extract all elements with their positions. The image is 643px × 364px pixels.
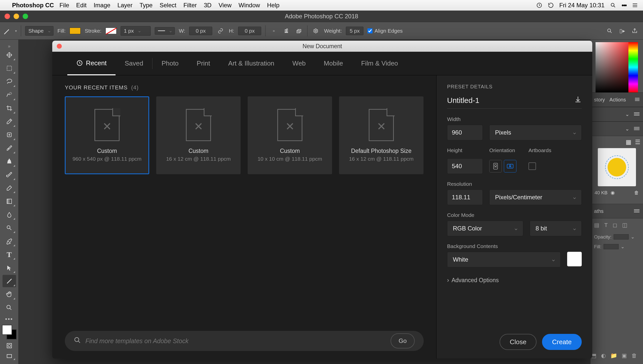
stroke-color-swatch[interactable] bbox=[105, 28, 117, 34]
spotlight-icon[interactable] bbox=[610, 2, 616, 8]
resolution-unit-dropdown[interactable]: Pixels/Centimeter⌵ bbox=[489, 190, 582, 205]
tab-recent[interactable]: Recent bbox=[67, 52, 116, 75]
path-operations-icon[interactable]: ▫ bbox=[270, 27, 278, 35]
tab-saved[interactable]: Saved bbox=[116, 52, 152, 75]
type-tool[interactable]: T bbox=[3, 248, 16, 261]
menu-help[interactable]: Help bbox=[267, 2, 279, 9]
background-color-swatch[interactable] bbox=[567, 252, 582, 266]
history-brush-tool[interactable] bbox=[3, 169, 16, 181]
panel-menu-icon[interactable] bbox=[634, 127, 639, 131]
artboards-checkbox[interactable] bbox=[528, 162, 536, 170]
align-edges-checkbox[interactable]: Align Edges bbox=[367, 28, 403, 34]
move-tool[interactable] bbox=[3, 49, 16, 61]
filter-smart-icon[interactable]: ◫ bbox=[622, 222, 627, 228]
layer-mask-icon[interactable]: ◐ bbox=[601, 352, 606, 359]
list-view-icon[interactable]: ☰ bbox=[635, 139, 640, 146]
new-layer-icon[interactable]: ▣ bbox=[622, 352, 627, 359]
orientation-portrait-button[interactable] bbox=[489, 160, 502, 172]
filter-text-icon[interactable]: T bbox=[604, 222, 608, 228]
paths-tab-label[interactable]: aths bbox=[594, 208, 604, 214]
resolution-input[interactable] bbox=[452, 194, 478, 201]
path-arrangement-icon[interactable] bbox=[295, 27, 303, 35]
brush-thumbnail[interactable] bbox=[598, 148, 636, 186]
delete-layer-icon[interactable]: 🗑 bbox=[631, 352, 637, 359]
quick-mask-icon[interactable] bbox=[3, 341, 16, 350]
hand-tool[interactable] bbox=[3, 288, 16, 300]
marquee-tool[interactable] bbox=[3, 62, 16, 75]
bit-depth-dropdown[interactable]: 8 bit⌵ bbox=[530, 221, 582, 236]
timemachine-icon[interactable] bbox=[548, 2, 554, 8]
eyedropper-tool[interactable] bbox=[3, 115, 16, 128]
tool-preset-picker[interactable]: ▾ bbox=[4, 27, 17, 35]
close-button[interactable]: Close bbox=[500, 334, 536, 350]
workspace-switcher-icon[interactable]: ▯▸ bbox=[618, 27, 626, 35]
height-input[interactable] bbox=[238, 27, 261, 35]
new-group-icon[interactable]: 📁 bbox=[610, 352, 617, 359]
quick-selection-tool[interactable] bbox=[3, 89, 16, 101]
lasso-tool[interactable] bbox=[3, 76, 16, 88]
width-unit-dropdown[interactable]: Pixels⌵ bbox=[489, 125, 582, 140]
hue-strip[interactable] bbox=[628, 42, 638, 92]
dialog-close-button[interactable] bbox=[57, 44, 62, 49]
tab-mobile[interactable]: Mobile bbox=[315, 52, 352, 75]
toolbar-expand-icon[interactable]: » bbox=[0, 44, 18, 49]
share-icon[interactable] bbox=[630, 27, 639, 35]
app-menu[interactable]: Photoshop CC bbox=[12, 2, 54, 9]
filter-type-icon[interactable]: ▤ bbox=[594, 222, 599, 228]
screen-mode-icon[interactable] bbox=[3, 351, 16, 361]
tab-photo[interactable]: Photo bbox=[152, 52, 188, 75]
path-selection-tool[interactable] bbox=[3, 262, 16, 274]
siri-icon[interactable]: ••• bbox=[622, 2, 626, 9]
document-name-input[interactable] bbox=[447, 96, 571, 105]
history-tab-label[interactable]: story bbox=[594, 97, 605, 103]
stroke-style-dropdown[interactable]: ⌵ bbox=[155, 27, 175, 35]
clone-stamp-tool[interactable] bbox=[3, 155, 16, 168]
link-dimensions-icon[interactable] bbox=[216, 27, 225, 35]
advanced-options-toggle[interactable]: › Advanced Options bbox=[447, 277, 582, 284]
color-swatches[interactable] bbox=[2, 325, 17, 339]
blur-tool[interactable] bbox=[3, 208, 16, 221]
tab-art-illustration[interactable]: Art & Illustration bbox=[219, 52, 284, 75]
window-maximize-button[interactable] bbox=[23, 14, 28, 19]
trash-icon[interactable]: 🗑 bbox=[634, 190, 639, 196]
preset-card[interactable]: ✕ Custom 16 x 12 cm @ 118.11 ppcm bbox=[156, 96, 241, 174]
dodge-tool[interactable] bbox=[3, 222, 16, 234]
eraser-tool[interactable] bbox=[3, 182, 16, 194]
menu-layer[interactable]: Layer bbox=[117, 2, 132, 9]
menu-select[interactable]: Select bbox=[159, 2, 176, 9]
preview-icon[interactable]: ◉ bbox=[611, 190, 615, 196]
stock-search-input[interactable] bbox=[85, 337, 386, 345]
panel-menu-icon[interactable] bbox=[634, 112, 639, 116]
edit-toolbar-icon[interactable]: ••• bbox=[0, 316, 18, 322]
background-contents-dropdown[interactable]: White⌵ bbox=[447, 252, 561, 267]
layer-fill-input[interactable] bbox=[604, 244, 619, 249]
tab-web[interactable]: Web bbox=[283, 52, 315, 75]
brush-tool[interactable] bbox=[3, 142, 16, 154]
stroke-width-dropdown[interactable]: 1 px⌵ bbox=[121, 26, 151, 36]
menu-filter[interactable]: Filter bbox=[183, 2, 197, 9]
orientation-landscape-button[interactable] bbox=[504, 160, 516, 172]
chevron-down-icon[interactable]: ⌄ bbox=[625, 111, 629, 117]
crop-tool[interactable] bbox=[3, 102, 16, 114]
tab-film-video[interactable]: Film & Video bbox=[352, 52, 407, 75]
healing-brush-tool[interactable] bbox=[3, 129, 16, 141]
create-button[interactable]: Create bbox=[542, 334, 582, 350]
window-close-button[interactable] bbox=[5, 14, 10, 19]
menu-window[interactable]: Window bbox=[239, 2, 260, 9]
weight-input[interactable] bbox=[346, 27, 363, 35]
window-minimize-button[interactable] bbox=[14, 14, 19, 19]
gradient-tool[interactable] bbox=[3, 195, 16, 207]
gear-icon[interactable] bbox=[311, 27, 320, 35]
go-button[interactable]: Go bbox=[391, 333, 415, 348]
preset-card[interactable]: ✕ Custom 960 x 540 px @ 118.11 ppcm bbox=[65, 96, 149, 174]
fill-color-swatch[interactable] bbox=[70, 28, 81, 34]
filter-shape-icon[interactable]: ◻ bbox=[613, 222, 617, 228]
menu-3d[interactable]: 3D bbox=[204, 2, 212, 9]
notification-center-icon[interactable] bbox=[632, 2, 638, 8]
height-value-input[interactable] bbox=[452, 163, 478, 170]
width-value-input[interactable] bbox=[452, 129, 478, 136]
line-tool[interactable] bbox=[3, 275, 16, 287]
menu-view[interactable]: View bbox=[219, 2, 232, 9]
preset-card[interactable]: ✕ Custom 10 x 10 cm @ 118.11 ppcm bbox=[248, 96, 332, 174]
width-input[interactable] bbox=[189, 27, 212, 35]
